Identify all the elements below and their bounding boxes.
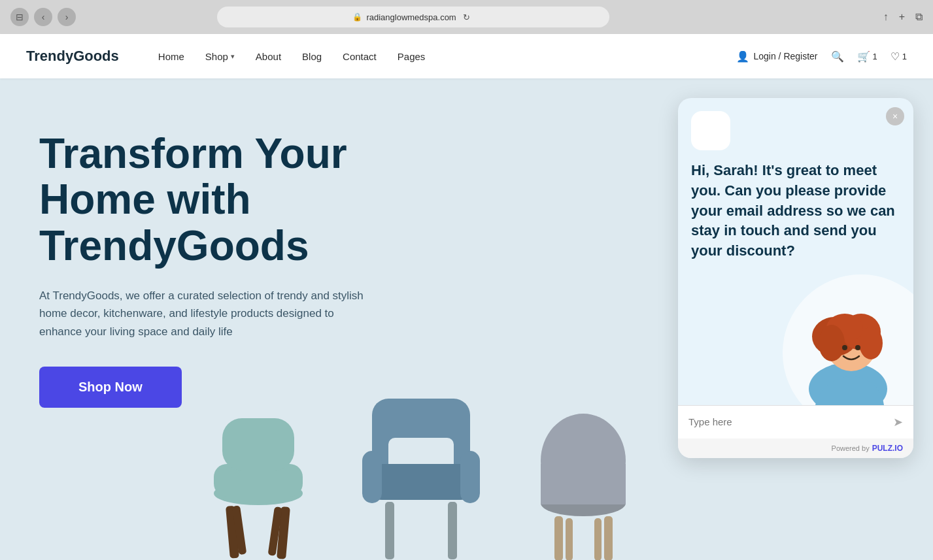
chat-person-image <box>783 274 913 405</box>
wishlist-button[interactable]: ♡ 1 <box>891 50 907 63</box>
chat-widget: × Hi, Sarah! It's great to meet you. Can… <box>678 98 913 458</box>
nav-link-contact[interactable]: Contact <box>343 51 377 62</box>
browser-chrome: ⊟ ‹ › 🔒 radianglowmedspa.com ↻ ↑ + ⧉ <box>0 0 933 34</box>
forward-button[interactable]: › <box>58 8 76 26</box>
svg-point-26 <box>819 325 845 361</box>
nav-link-pages[interactable]: Pages <box>398 51 426 62</box>
svg-rect-17 <box>554 516 563 560</box>
chairs-illustration <box>183 379 658 560</box>
svg-rect-12 <box>385 502 394 559</box>
svg-rect-18 <box>604 516 613 560</box>
svg-point-28 <box>842 345 847 350</box>
nav-link-blog[interactable]: Blog <box>302 51 322 62</box>
navbar: TrendyGoods Home Shop ▾ About Blog Conta… <box>0 34 933 78</box>
sidebar-toggle-button[interactable]: ⊟ <box>10 8 29 26</box>
svg-rect-9 <box>369 464 473 500</box>
url-text: radianglowmedspa.com <box>366 12 456 22</box>
cart-button[interactable]: 🛒 1 <box>857 50 877 63</box>
nav-links: Home Shop ▾ About Blog Contact Pages <box>158 51 737 62</box>
chat-close-button[interactable]: × <box>886 107 904 125</box>
address-bar[interactable]: 🔒 radianglowmedspa.com ↻ <box>217 7 609 27</box>
svg-point-27 <box>859 327 883 359</box>
nav-link-shop[interactable]: Shop ▾ <box>205 51 235 62</box>
chat-send-button[interactable]: ➤ <box>893 415 903 429</box>
new-tab-button[interactable]: + <box>899 11 905 23</box>
svg-rect-20 <box>594 518 602 560</box>
lock-icon: 🔒 <box>352 12 362 22</box>
chat-image-area <box>678 274 913 405</box>
svg-rect-16 <box>541 464 626 504</box>
chair-3 <box>509 412 658 560</box>
nav-link-home[interactable]: Home <box>158 51 184 62</box>
chat-text-input[interactable] <box>688 416 893 427</box>
svg-point-29 <box>855 345 860 350</box>
cart-count: 1 <box>873 52 877 61</box>
hero-section: Transform Your Home with TrendyGoods At … <box>0 78 933 560</box>
search-icon: 🔍 <box>831 50 844 63</box>
chat-input-area: ➤ <box>678 405 913 438</box>
refresh-button[interactable]: ↻ <box>460 10 473 24</box>
shop-chevron-icon: ▾ <box>231 52 235 61</box>
svg-rect-19 <box>566 518 573 560</box>
svg-rect-13 <box>448 502 457 559</box>
user-icon: 👤 <box>736 50 749 63</box>
chat-message: Hi, Sarah! It's great to meet you. Can y… <box>678 150 913 274</box>
login-register-button[interactable]: 👤 Login / Register <box>736 50 817 63</box>
browser-actions: ↑ + ⧉ <box>883 11 923 23</box>
browser-controls: ⊟ ‹ › <box>10 8 76 26</box>
chat-powered-by: Powered by PULZ.IO <box>678 438 913 458</box>
search-button[interactable]: 🔍 <box>831 50 844 63</box>
chair-2 <box>346 392 496 560</box>
tab-overview-button[interactable]: ⧉ <box>915 11 923 23</box>
nav-right: 👤 Login / Register 🔍 🛒 1 ♡ 1 <box>736 50 907 63</box>
hero-title: Transform Your Home with TrendyGoods <box>39 131 445 269</box>
site-logo[interactable]: TrendyGoods <box>26 48 119 65</box>
svg-rect-2 <box>222 418 294 470</box>
heart-icon: ♡ <box>891 50 900 63</box>
svg-rect-11 <box>460 451 480 503</box>
shop-now-button[interactable]: Shop Now <box>39 367 182 408</box>
hero-subtitle: At TrendyGoods, we offer a curated selec… <box>39 287 379 340</box>
chair-1 <box>183 405 333 560</box>
share-button[interactable]: ↑ <box>883 11 889 23</box>
cart-icon: 🛒 <box>857 50 870 63</box>
svg-rect-10 <box>362 451 382 503</box>
hero-content: Transform Your Home with TrendyGoods At … <box>39 131 445 408</box>
pulzio-brand: PULZ.IO <box>872 444 903 453</box>
chat-avatar <box>691 111 730 150</box>
wishlist-count: 1 <box>902 52 907 61</box>
back-button[interactable]: ‹ <box>34 8 52 26</box>
nav-link-about[interactable]: About <box>256 51 281 62</box>
website: TrendyGoods Home Shop ▾ About Blog Conta… <box>0 34 933 560</box>
